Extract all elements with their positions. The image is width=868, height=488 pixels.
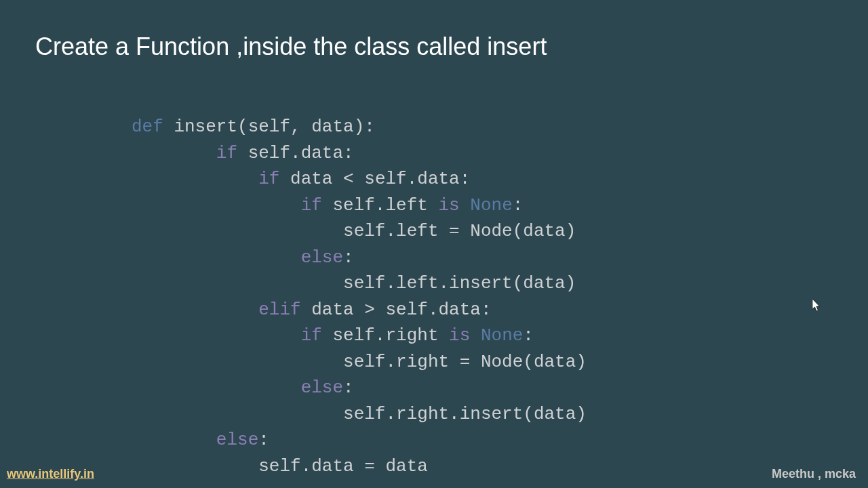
keyword-is: is	[449, 325, 470, 346]
keyword-none: None	[481, 325, 523, 346]
code-indent	[132, 273, 343, 293]
code-text: self.data = data	[258, 456, 428, 476]
code-text: self.left = Node(data)	[343, 221, 576, 241]
code-text: self.left	[322, 195, 439, 216]
code-indent	[132, 195, 301, 216]
code-indent	[132, 221, 343, 241]
code-indent	[132, 456, 258, 476]
keyword-if: if	[301, 325, 322, 346]
code-text: :	[523, 325, 534, 346]
keyword-is: is	[439, 195, 460, 216]
code-indent	[132, 378, 301, 398]
code-indent	[132, 404, 343, 424]
code-text: self.data:	[237, 143, 354, 163]
code-text: self.right = Node(data)	[343, 352, 587, 372]
code-indent	[132, 300, 258, 320]
code-text: :	[258, 430, 269, 450]
code-text: self.right	[322, 325, 449, 346]
code-indent	[132, 169, 258, 189]
code-text	[460, 195, 471, 216]
code-indent	[132, 352, 343, 372]
code-text: self.right.insert(data)	[343, 404, 587, 424]
code-text: :	[343, 247, 354, 268]
code-text: :	[513, 195, 524, 216]
code-block: def insert(self, data): if self.data: if…	[132, 114, 587, 479]
code-text	[470, 325, 481, 346]
keyword-if: if	[301, 195, 322, 216]
code-indent	[132, 143, 216, 163]
footer-link[interactable]: www.intellify.in	[7, 467, 94, 481]
keyword-else: else	[216, 430, 258, 450]
keyword-none: None	[470, 195, 512, 216]
keyword-else: else	[301, 378, 343, 398]
slide-title: Create a Function ,inside the class call…	[35, 33, 547, 61]
code-text: :	[343, 378, 354, 398]
code-text: data < self.data:	[279, 169, 470, 189]
code-indent	[132, 247, 301, 268]
code-text: self.left.insert(data)	[343, 273, 576, 293]
code-indent	[132, 325, 301, 346]
code-text: data > self.data:	[301, 300, 492, 320]
code-indent	[132, 430, 216, 450]
keyword-def: def	[132, 117, 163, 137]
keyword-if: if	[258, 169, 279, 189]
code-text: insert(self, data):	[163, 117, 375, 137]
footer-author: Meethu , mcka	[772, 467, 856, 481]
keyword-else: else	[301, 247, 343, 268]
mouse-cursor-icon	[812, 299, 822, 312]
keyword-elif: elif	[258, 300, 300, 320]
keyword-if: if	[216, 143, 237, 163]
